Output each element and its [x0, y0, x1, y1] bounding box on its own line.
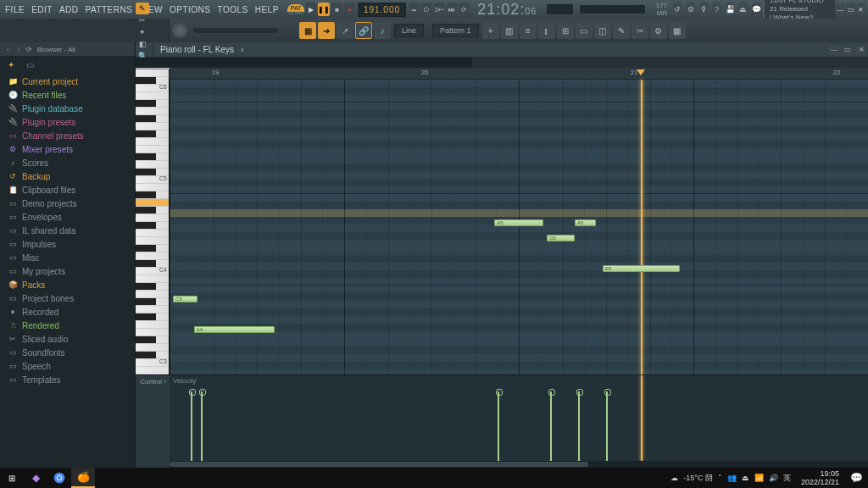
browser-item[interactable]: 📦Packs	[0, 278, 135, 291]
tb-i-icon[interactable]: ⚙	[650, 22, 667, 39]
undo-history-icon[interactable]: ↺	[672, 2, 682, 17]
browser-item[interactable]: ✂Sliced audio	[0, 332, 135, 346]
pr-tool-7[interactable]: ◧	[136, 38, 149, 50]
horizontal-scrollbar[interactable]	[170, 461, 868, 468]
pr-min-icon[interactable]: —	[828, 45, 840, 55]
browser-list[interactable]: 📁Current project🕘Recent files🔌Plugin dat…	[0, 73, 135, 468]
browser-item[interactable]: ↺Backup	[0, 169, 135, 183]
midi-note[interactable]: A4	[194, 326, 275, 333]
tray-people-icon[interactable]: 👥	[727, 474, 737, 482]
comment-icon[interactable]: 💬	[752, 2, 762, 17]
ime-indicator[interactable]: 英	[783, 473, 791, 484]
countdown-icon[interactable]: ⏲	[421, 3, 432, 16]
maximize-button[interactable]: ▭	[846, 3, 854, 15]
piano-key[interactable]	[136, 291, 169, 298]
pianoroll-title-chevron[interactable]: ›	[237, 45, 247, 54]
pause-button[interactable]: ❚❚	[318, 3, 330, 16]
settings-icon[interactable]: ⚙	[686, 2, 696, 17]
pr-tool-4[interactable]: ✎	[136, 3, 149, 14]
browser-item[interactable]: ▭Channel presets	[0, 129, 135, 142]
browser-item[interactable]: ▭Misc	[0, 251, 135, 264]
piano-key[interactable]: C6	[136, 85, 169, 92]
menu-patterns[interactable]: PATTERNS	[82, 5, 136, 14]
browser-item[interactable]: ▭Project bones	[0, 291, 135, 305]
browser-item[interactable]: ▭Demo projects	[0, 197, 135, 210]
pianoroll-button[interactable]: ➔	[318, 22, 335, 39]
render-icon[interactable]: ⏏	[738, 2, 748, 17]
browser-item[interactable]: 🔌Plugin database	[0, 102, 135, 115]
snap-dropdown[interactable]: Line	[394, 24, 424, 37]
browser-back-icon[interactable]: ←	[3, 46, 14, 53]
playhead-marker[interactable]	[637, 69, 645, 75]
browser-tab-all[interactable]: ✦	[5, 58, 17, 70]
start-button[interactable]: ⊞	[0, 468, 24, 488]
pr-close-icon[interactable]: ✕	[855, 45, 867, 55]
taskbar-clock[interactable]: 19:05 2022/12/21	[796, 469, 844, 486]
velocity-bar[interactable]	[201, 391, 203, 461]
notifications-icon[interactable]: 💬	[844, 468, 868, 488]
browser-item[interactable]: ▭Soundfonts	[0, 346, 135, 359]
browser-refresh-icon[interactable]: ⟳	[24, 46, 34, 53]
system-tray[interactable]: ☁ -15°C 阴 ˄ 👥 ⏏ 📶 🔊 英	[665, 473, 796, 484]
piano-key[interactable]	[136, 298, 169, 306]
piano-key[interactable]	[136, 146, 169, 153]
tb-f-icon[interactable]: ◫	[594, 22, 611, 39]
browser-item[interactable]: ▭IL shared data	[0, 224, 135, 237]
taskbar-app-chrome[interactable]	[47, 468, 71, 488]
midi-note[interactable]: E5	[603, 265, 680, 272]
loop-icon[interactable]: ⟳	[459, 3, 470, 16]
play-button[interactable]: ▶	[305, 3, 316, 16]
pattern-dropdown[interactable]: Pattern 1	[432, 24, 479, 37]
tb-plus-icon[interactable]: +	[482, 22, 499, 39]
record-button[interactable]: ●	[344, 3, 355, 16]
browser-item[interactable]: ⎍Rendered	[0, 319, 135, 332]
tray-usb-icon[interactable]: ⏏	[742, 474, 749, 482]
piano-key[interactable]	[136, 214, 169, 222]
tb-j-icon[interactable]: ▦	[669, 22, 686, 39]
piano-key[interactable]	[136, 329, 169, 336]
piano-key[interactable]	[136, 108, 169, 115]
taskbar-app-flstudio[interactable]: 🍊	[71, 468, 95, 488]
playhead[interactable]	[641, 80, 643, 374]
song-mode-label[interactable]: SONG	[288, 10, 303, 15]
piano-key[interactable]	[136, 153, 169, 161]
velocity-bar[interactable]	[550, 391, 552, 461]
velocity-lane[interactable]: Control › Velocity	[136, 374, 868, 468]
piano-key[interactable]	[136, 237, 169, 245]
menu-tools[interactable]: TOOLS	[214, 5, 251, 14]
piano-key[interactable]	[136, 344, 169, 352]
tb-e-icon[interactable]: ▭	[576, 22, 593, 39]
piano-key[interactable]	[136, 123, 169, 130]
browser-up-icon[interactable]: ↑	[14, 46, 24, 53]
piano-key[interactable]	[136, 336, 169, 344]
piano-key[interactable]: C5	[136, 176, 169, 184]
tb-h-icon[interactable]: ✂	[632, 22, 648, 39]
info-icon[interactable]: ?	[712, 2, 722, 17]
tray-sound-icon[interactable]: 🔊	[769, 474, 778, 482]
browser-item[interactable]: ♪Scores	[0, 156, 135, 169]
wait-icon[interactable]: 3↩	[434, 3, 445, 16]
piano-keyboard[interactable]: C6C5C4C3	[136, 69, 170, 374]
piano-key[interactable]	[136, 161, 169, 169]
browser-item[interactable]: 🔌Plugin presets	[0, 115, 135, 129]
tray-up-icon[interactable]: ˄	[718, 474, 722, 482]
velocity-bar[interactable]	[191, 391, 192, 461]
pianoroll-ruler[interactable]: 19202122	[170, 68, 868, 80]
pr-tool-6[interactable]: ✦	[136, 26, 149, 38]
weather-icon[interactable]: ☁	[670, 474, 678, 482]
menu-file[interactable]: FILE	[2, 5, 28, 14]
piano-key[interactable]	[136, 199, 169, 207]
velocity-bar[interactable]	[606, 391, 608, 461]
volume-knob[interactable]	[172, 23, 187, 38]
menu-add[interactable]: ADD	[56, 5, 82, 14]
piano-key[interactable]	[136, 138, 169, 146]
midi-note[interactable]: A5	[575, 219, 596, 226]
control-label[interactable]: Control ›	[136, 375, 170, 468]
piano-key[interactable]	[136, 252, 169, 260]
piano-key[interactable]	[136, 191, 169, 199]
step-icon[interactable]: ⏭	[447, 3, 458, 16]
velocity-bar[interactable]	[578, 391, 580, 461]
tray-network-icon[interactable]: 📶	[754, 474, 764, 482]
time-display[interactable]: 21:02:06	[470, 1, 543, 19]
playlist-button[interactable]: ▦	[299, 22, 316, 39]
